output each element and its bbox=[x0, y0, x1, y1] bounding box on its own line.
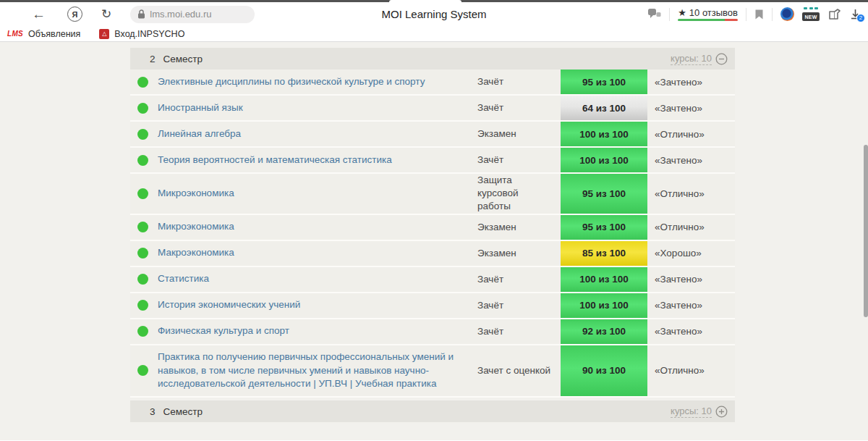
table-row: Иностранный языкЗачёт64 из 100«Зачтено» bbox=[130, 96, 735, 122]
courses-count-toggle[interactable]: курсы: 10 bbox=[671, 406, 728, 418]
control-type: Зачёт bbox=[477, 325, 561, 338]
control-type: Зачет с оценкой bbox=[477, 364, 561, 377]
course-link[interactable]: Микроэкономика bbox=[158, 215, 477, 239]
reviews-rating-bar bbox=[678, 19, 738, 21]
bookmark-inpsycho[interactable]: △ Вход.INPSYCHO bbox=[99, 29, 184, 39]
table-row: История экономических ученийЗачёт100 из … bbox=[130, 293, 735, 319]
course-link[interactable]: Элективные дисциплины по физической куль… bbox=[158, 70, 477, 94]
status-cell bbox=[130, 248, 158, 259]
collapse-icon[interactable] bbox=[715, 53, 728, 65]
status-dot-icon bbox=[137, 274, 148, 285]
lms-favicon: LMS bbox=[7, 30, 23, 38]
semester-number: 3 bbox=[150, 406, 156, 417]
table-row: МикроэкономикаЭкзамен95 из 100«Отлично» bbox=[130, 215, 735, 241]
control-type: Экзамен bbox=[477, 247, 561, 260]
score-badge: 92 из 100 bbox=[561, 319, 647, 344]
status-dot-icon bbox=[137, 248, 148, 259]
expand-icon[interactable] bbox=[715, 406, 728, 418]
new-badge: NEW bbox=[802, 12, 820, 21]
control-type: Зачёт bbox=[477, 273, 561, 286]
table-row: МакроэкономикаЭкзамен85 из 100«Хорошо» bbox=[130, 241, 735, 267]
score-badge: 100 из 100 bbox=[561, 293, 647, 318]
course-link[interactable]: Практика по получению первичных професси… bbox=[158, 345, 477, 397]
grade-text: «Отлично» bbox=[647, 129, 735, 140]
toolbar-divider bbox=[772, 8, 773, 21]
browser-toolbar: ← Я ↻ lms.moi.edu.ru MOI Learning System… bbox=[0, 2, 868, 26]
status-dot-icon bbox=[137, 155, 148, 166]
yandex-button[interactable]: Я bbox=[67, 7, 82, 22]
semester-number: 2 bbox=[150, 54, 156, 64]
status-dot-icon bbox=[137, 326, 148, 337]
score-badge: 90 из 100 bbox=[561, 345, 647, 397]
score-badge: 85 из 100 bbox=[561, 241, 647, 266]
course-link[interactable]: Линейная алгебра bbox=[158, 122, 477, 146]
score-badge: 100 из 100 bbox=[561, 148, 647, 172]
screenshot-new-icon[interactable]: NEW bbox=[802, 7, 820, 21]
course-link[interactable]: Теория вероятностей и математическая ста… bbox=[158, 148, 477, 172]
bookmark-announcements[interactable]: LMS Объявления bbox=[7, 29, 80, 39]
grade-text: «Отлично» bbox=[647, 222, 735, 232]
control-type: Зачёт bbox=[477, 154, 561, 167]
status-dot-icon bbox=[137, 222, 148, 232]
course-link[interactable]: Иностранный язык bbox=[158, 96, 477, 120]
grade-text: «Хорошо» bbox=[647, 248, 735, 259]
status-cell bbox=[130, 365, 158, 376]
score-badge: 95 из 100 bbox=[561, 70, 647, 94]
table-row: Физическая культура и спортЗачёт92 из 10… bbox=[130, 319, 735, 345]
courses-count-label: курсы: 10 bbox=[671, 406, 712, 418]
semester-label: Семестр bbox=[163, 54, 203, 64]
crop-marks-icon bbox=[804, 7, 818, 10]
course-link[interactable]: Макроэкономика bbox=[158, 241, 477, 265]
downloads-button[interactable]: 2 bbox=[850, 9, 861, 20]
status-cell bbox=[130, 222, 158, 232]
status-cell bbox=[130, 103, 158, 114]
control-type: Экзамен bbox=[477, 127, 561, 140]
table-row: СтатистикаЗачёт100 из 100«Зачтено» bbox=[130, 267, 735, 293]
vertical-scrollbar-thumb[interactable] bbox=[864, 145, 868, 317]
control-type: Защита курсовой работы bbox=[477, 174, 561, 214]
status-dot-icon bbox=[137, 129, 148, 140]
control-type: Зачёт bbox=[477, 299, 561, 312]
table-row: Практика по получению первичных професси… bbox=[130, 345, 735, 398]
control-type: Экзамен bbox=[477, 221, 561, 234]
site-reviews[interactable]: ★ 10 отзывов bbox=[678, 7, 738, 21]
status-dot-icon bbox=[137, 365, 148, 376]
score-badge: 95 из 100 bbox=[561, 215, 647, 240]
status-dot-icon bbox=[137, 188, 148, 199]
status-cell bbox=[130, 274, 158, 285]
bookmark-flag-icon[interactable] bbox=[754, 9, 764, 20]
status-cell bbox=[130, 155, 158, 166]
course-link[interactable]: Статистика bbox=[158, 267, 477, 291]
page-title: MOI Learning System bbox=[381, 8, 486, 20]
extension-globe-icon[interactable] bbox=[780, 7, 794, 21]
status-cell bbox=[130, 129, 158, 140]
table-row: Линейная алгебраЭкзамен100 из 100«Отличн… bbox=[130, 122, 735, 148]
courses-count-toggle[interactable]: курсы: 10 bbox=[671, 53, 728, 65]
bookmark-label: Объявления bbox=[28, 29, 80, 39]
grade-text: «Отлично» bbox=[647, 365, 735, 376]
inpsycho-favicon: △ bbox=[99, 29, 109, 39]
table-row: МикроэкономикаЗащита курсовой работы95 и… bbox=[130, 174, 735, 215]
grade-text: «Зачтено» bbox=[647, 155, 735, 166]
status-cell bbox=[130, 326, 158, 337]
url-text: lms.moi.edu.ru bbox=[150, 9, 211, 20]
collections-icon[interactable] bbox=[827, 8, 842, 20]
score-badge: 64 из 100 bbox=[561, 96, 647, 120]
status-dot-icon bbox=[137, 77, 148, 88]
course-link[interactable]: Микроэкономика bbox=[158, 182, 477, 206]
toolbar-divider bbox=[746, 8, 746, 21]
lms-page: 2 Семестр курсы: 10 Элективные дисциплин… bbox=[0, 42, 868, 440]
course-link[interactable]: История экономических учений bbox=[158, 293, 477, 317]
refresh-button[interactable]: ↻ bbox=[101, 8, 111, 20]
back-button[interactable]: ← bbox=[32, 7, 46, 21]
table-row: Элективные дисциплины по физической куль… bbox=[130, 70, 735, 96]
control-type: Зачёт bbox=[477, 75, 561, 88]
address-bar[interactable]: lms.moi.edu.ru bbox=[130, 6, 255, 23]
grade-text: «Зачтено» bbox=[647, 103, 735, 114]
course-link[interactable]: Физическая культура и спорт bbox=[158, 319, 477, 343]
status-cell bbox=[130, 77, 158, 88]
chat-icon[interactable] bbox=[647, 8, 661, 20]
grade-text: «Отлично» bbox=[647, 188, 735, 199]
semester-label: Семестр bbox=[163, 406, 203, 417]
downloads-count-badge: 2 bbox=[856, 14, 865, 22]
